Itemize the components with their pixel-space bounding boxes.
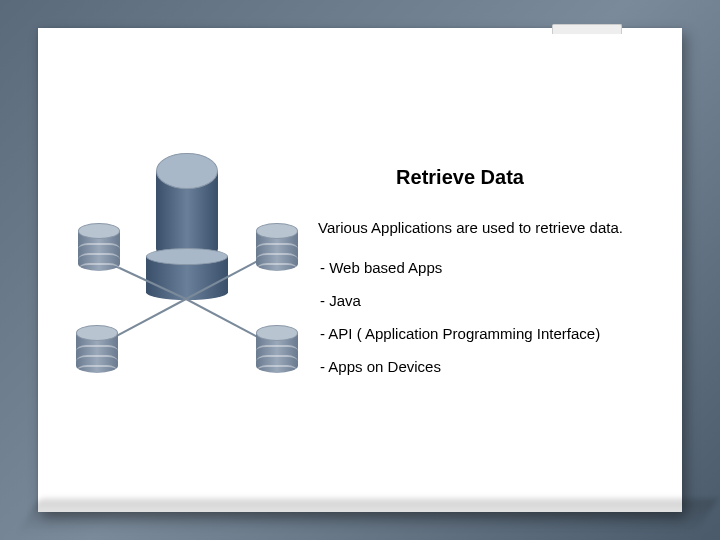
database-diagram	[68, 153, 303, 403]
node-database-icon	[78, 223, 120, 279]
list-item: Apps on Devices	[318, 350, 662, 383]
node-database-icon	[256, 325, 298, 381]
node-database-icon	[76, 325, 118, 381]
text-block: Retrieve Data Various Applications are u…	[318, 166, 662, 383]
slide-intro: Various Applications are used to retriev…	[318, 213, 662, 243]
slide-card: Retrieve Data Various Applications are u…	[38, 28, 682, 512]
slide-title: Retrieve Data	[318, 166, 662, 189]
slide-content: Retrieve Data Various Applications are u…	[38, 28, 682, 512]
bullet-list: Web based Apps Java API ( Application Pr…	[318, 251, 662, 383]
node-database-icon	[256, 223, 298, 279]
list-item: Web based Apps	[318, 251, 662, 284]
list-item: API ( Application Programming Interface)	[318, 317, 662, 350]
list-item: Java	[318, 284, 662, 317]
